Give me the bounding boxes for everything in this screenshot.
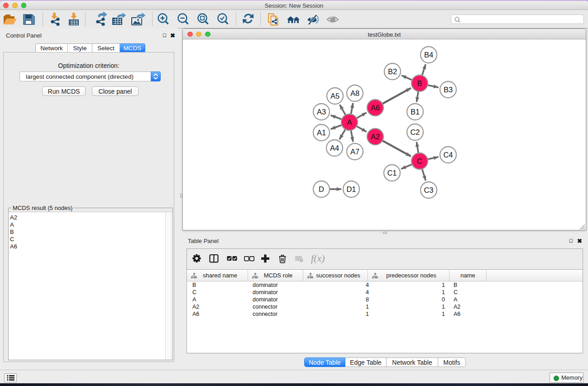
svg-text:D: D	[319, 185, 324, 193]
svg-text:C2: C2	[410, 128, 420, 136]
svg-text:A3: A3	[317, 108, 326, 116]
svg-text:B2: B2	[388, 67, 397, 76]
svg-text:A4: A4	[330, 144, 339, 152]
svg-text:A1: A1	[317, 129, 326, 137]
svg-text:B3: B3	[444, 86, 453, 94]
svg-text:D1: D1	[346, 185, 356, 193]
svg-text:A: A	[347, 118, 352, 126]
svg-text:A7: A7	[350, 148, 359, 156]
svg-text:C: C	[417, 157, 422, 165]
svg-text:B: B	[417, 79, 422, 87]
svg-text:B4: B4	[424, 51, 433, 59]
svg-text:C1: C1	[387, 169, 397, 177]
svg-text:A6: A6	[371, 104, 380, 112]
svg-text:B1: B1	[411, 108, 420, 116]
svg-text:f(x): f(x)	[311, 253, 325, 264]
svg-text:C3: C3	[424, 186, 433, 194]
svg-text:A8: A8	[350, 89, 359, 97]
svg-text:C4: C4	[443, 151, 453, 159]
svg-text:A5: A5	[330, 92, 339, 100]
svg-text:A2: A2	[371, 133, 380, 141]
